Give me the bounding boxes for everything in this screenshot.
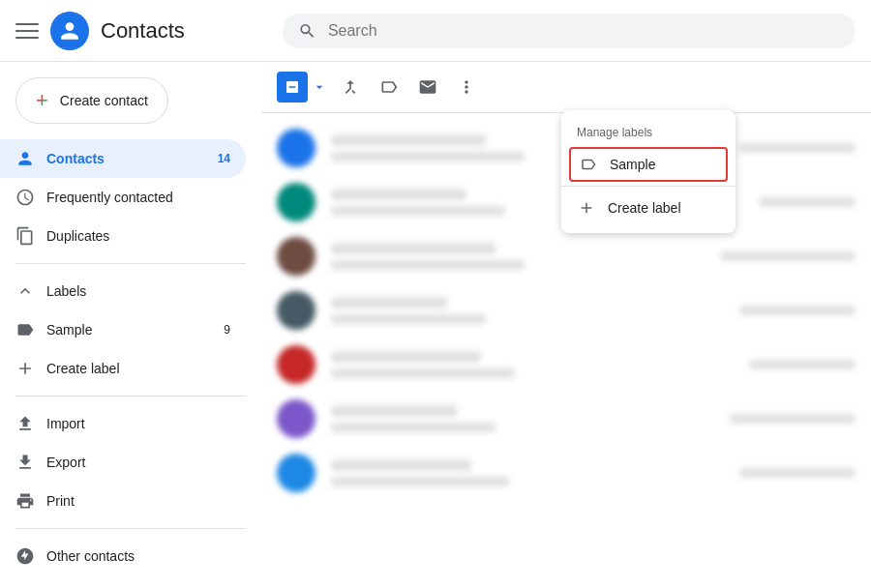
- contact-extra: [759, 197, 856, 207]
- sidebar-item-print[interactable]: Print: [0, 482, 246, 520]
- contact-info: [331, 459, 724, 486]
- select-group: [277, 70, 329, 104]
- avatar: [277, 291, 315, 330]
- dropdown-create-label[interactable]: Create label: [561, 191, 736, 225]
- labels-title: Labels: [46, 283, 86, 299]
- sidebar: + Create contact Contacts 14 Frequently …: [0, 62, 261, 588]
- contact-detail-bar: [331, 368, 515, 378]
- manage-labels-dropdown: Manage labels Sample: [561, 110, 736, 233]
- contact-extra: [739, 306, 856, 315]
- table-row[interactable]: [261, 338, 871, 392]
- dropdown-item-sample[interactable]: Sample: [569, 147, 728, 182]
- search-bar[interactable]: [283, 14, 856, 48]
- app-avatar: [50, 12, 89, 50]
- print-icon: [15, 491, 35, 511]
- select-dropdown-arrow[interactable]: [310, 70, 329, 104]
- avatar: [277, 237, 315, 276]
- sample-label-icon-dropdown: [579, 155, 598, 174]
- sidebar-item-import[interactable]: Import: [0, 404, 246, 443]
- sidebar-item-frequently-contacted[interactable]: Frequently contacted: [0, 178, 246, 217]
- table-row[interactable]: [261, 392, 871, 446]
- email-button[interactable]: [410, 70, 445, 104]
- create-label-icon: [15, 359, 35, 378]
- dropdown-sample-label: Sample: [610, 157, 655, 172]
- contact-name-bar: [331, 351, 481, 363]
- sidebar-item-contacts[interactable]: Contacts 14: [0, 139, 246, 178]
- dropdown-title: Manage labels: [561, 118, 736, 147]
- topbar-left: Contacts: [15, 12, 267, 50]
- sidebar-item-duplicates[interactable]: Duplicates: [0, 217, 246, 255]
- contact-name-bar: [331, 134, 486, 146]
- contact-detail-bar: [331, 206, 505, 216]
- frequently-contacted-icon: [15, 188, 35, 207]
- contact-info: [331, 405, 714, 432]
- table-row[interactable]: [261, 229, 871, 283]
- avatar: [277, 183, 315, 221]
- contact-name-bar: [331, 243, 496, 254]
- create-contact-label: Create contact: [60, 93, 148, 108]
- contact-info: [331, 297, 724, 324]
- label-button[interactable]: [372, 70, 406, 104]
- sidebar-item-export[interactable]: Export: [0, 443, 246, 482]
- table-row[interactable]: [261, 446, 871, 500]
- export-label: Export: [46, 455, 85, 470]
- create-plus-icon: +: [36, 88, 48, 113]
- sidebar-item-sample[interactable]: Sample 9: [0, 310, 246, 349]
- contact-detail-bar: [331, 152, 525, 162]
- contact-detail-bar: [331, 260, 525, 270]
- contact-name-bar: [331, 405, 457, 417]
- topbar: Contacts: [0, 0, 871, 62]
- search-icon: [298, 21, 316, 41]
- dropdown-divider: [561, 186, 736, 187]
- contact-extra: [730, 414, 856, 424]
- avatar: [277, 129, 315, 167]
- contact-name-bar: [331, 189, 466, 200]
- more-button[interactable]: [449, 70, 484, 104]
- create-contact-button[interactable]: + Create contact: [15, 77, 168, 124]
- avatar: [277, 399, 315, 438]
- dropdown-create-label-text: Create label: [608, 200, 681, 216]
- export-icon: [15, 453, 35, 472]
- contact-extra: [749, 360, 856, 369]
- sample-label: Sample: [46, 322, 92, 338]
- contact-extra: [739, 143, 856, 153]
- contacts-label: Contacts: [46, 151, 105, 166]
- print-label: Print: [46, 493, 75, 509]
- toolbar: Manage labels Sample: [261, 62, 871, 113]
- labels-section-header[interactable]: Labels: [0, 272, 261, 310]
- app-title: Contacts: [101, 18, 185, 44]
- sidebar-item-other-contacts[interactable]: Other contacts: [0, 537, 246, 575]
- divider-3: [15, 528, 246, 529]
- contacts-icon: [15, 149, 35, 168]
- contact-detail-bar: [331, 423, 496, 432]
- import-label: Import: [46, 416, 85, 431]
- main-layout: + Create contact Contacts 14 Frequently …: [0, 62, 871, 588]
- contact-detail-bar: [331, 314, 486, 324]
- other-contacts-label: Other contacts: [46, 548, 135, 564]
- contact-extra: [739, 468, 856, 478]
- create-label-icon-dropdown: [577, 198, 596, 218]
- content-area: Manage labels Sample: [261, 62, 871, 588]
- select-button[interactable]: [277, 72, 308, 103]
- contact-name-bar: [331, 297, 447, 309]
- hamburger-icon[interactable]: [15, 19, 39, 43]
- other-contacts-icon: [15, 546, 35, 566]
- sample-label-icon: [15, 320, 35, 339]
- create-label-label: Create label: [46, 361, 120, 376]
- contact-name-bar: [331, 459, 471, 471]
- contact-info: [331, 351, 734, 378]
- divider-2: [15, 396, 246, 397]
- labels-collapse-icon: [15, 281, 35, 301]
- divider-1: [15, 263, 246, 264]
- search-input[interactable]: [328, 22, 840, 40]
- frequently-contacted-label: Frequently contacted: [46, 190, 173, 205]
- contact-info: [331, 243, 705, 270]
- contact-extra: [720, 251, 856, 261]
- duplicates-icon: [15, 226, 35, 246]
- merge-button[interactable]: [333, 70, 368, 104]
- table-row[interactable]: [261, 283, 871, 338]
- avatar: [277, 454, 315, 492]
- contact-detail-bar: [331, 477, 510, 486]
- sidebar-item-create-label[interactable]: Create label: [0, 349, 246, 388]
- duplicates-label: Duplicates: [46, 228, 109, 244]
